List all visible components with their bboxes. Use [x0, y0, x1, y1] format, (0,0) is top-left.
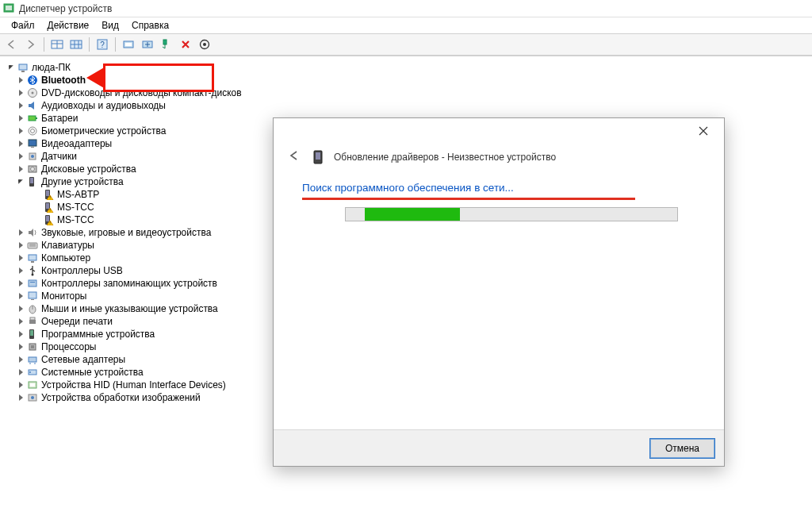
grid-button[interactable]	[67, 36, 85, 53]
expand-icon[interactable]	[16, 393, 25, 402]
show-hidden-button[interactable]	[48, 36, 66, 53]
svg-rect-23	[36, 117, 37, 119]
expand-icon[interactable]	[16, 291, 25, 301]
tree-item-label: Другие устройства	[41, 176, 124, 187]
svg-rect-14	[163, 40, 167, 44]
pc-icon	[17, 61, 29, 74]
usb-icon	[26, 264, 39, 277]
menu-help[interactable]: Справка	[125, 18, 175, 33]
svg-rect-26	[29, 140, 36, 146]
expand-icon[interactable]	[16, 164, 25, 174]
svg-point-31	[31, 167, 35, 171]
back-button[interactable]	[3, 36, 21, 53]
close-button[interactable]	[686, 120, 721, 142]
back-arrow-icon[interactable]	[285, 147, 304, 167]
expand-icon[interactable]	[16, 88, 25, 98]
mouse-icon	[26, 302, 39, 315]
svg-point-21	[32, 92, 34, 94]
uninstall-button[interactable]	[158, 36, 175, 53]
expand-icon[interactable]	[16, 342, 25, 352]
expand-icon[interactable]	[16, 113, 25, 123]
bt-icon	[26, 74, 39, 87]
tree-item-label: Контроллеры USB	[41, 265, 123, 276]
menu-view[interactable]: Вид	[95, 18, 125, 33]
dialog-title: Обновление драйверов - Неизвестное устро…	[334, 152, 556, 163]
separator	[89, 37, 90, 52]
svg-rect-56	[30, 317, 35, 320]
update-button[interactable]	[139, 36, 156, 53]
tree-item[interactable]: Аудиовходы и аудиовыходы	[2, 99, 810, 112]
collapse-icon[interactable]	[16, 177, 25, 187]
expand-icon[interactable]	[16, 253, 25, 263]
svg-rect-52	[31, 299, 34, 300]
svg-rect-67	[30, 383, 35, 387]
menubar: Файл Действие Вид Справка	[0, 17, 812, 33]
svg-rect-27	[31, 147, 34, 148]
pc-icon	[26, 252, 39, 264]
expand-icon[interactable]	[16, 126, 25, 136]
forward-button[interactable]	[22, 36, 40, 53]
svg-rect-33	[30, 178, 33, 183]
tree-item-label: Клавиатуры	[41, 240, 94, 251]
tree-item-label: Видеоадаптеры	[41, 138, 112, 149]
expand-icon[interactable]	[16, 266, 25, 275]
svg-point-69	[31, 396, 34, 399]
expand-icon[interactable]	[16, 75, 25, 85]
tree-item[interactable]: DVD-дисководы и дисководы компакт-дисков	[2, 87, 810, 99]
disable-button[interactable]	[177, 36, 194, 53]
expand-icon[interactable]	[16, 240, 25, 250]
help-button[interactable]: ?	[94, 36, 111, 53]
expand-icon[interactable]	[16, 228, 25, 237]
expand-icon[interactable]	[16, 304, 25, 314]
sensor-icon	[26, 150, 39, 163]
svg-point-24	[29, 127, 36, 135]
tree-item-label: Системные устройства	[41, 367, 144, 378]
expand-icon[interactable]	[16, 152, 25, 161]
svg-rect-17	[19, 64, 27, 70]
titlebar: Диспетчер устройств	[0, 0, 812, 17]
tree-item-label: Программные устройства	[41, 329, 155, 340]
tree-item[interactable]: люда-ПК	[2, 61, 810, 74]
scan-button[interactable]	[120, 36, 137, 53]
hid-icon	[26, 379, 39, 391]
expand-icon[interactable]	[16, 355, 25, 364]
img-icon	[26, 391, 39, 404]
expand-icon[interactable]	[16, 329, 25, 339]
display-icon	[26, 137, 39, 150]
expand-icon[interactable]	[16, 279, 25, 288]
tree-item-label: Батареи	[41, 113, 78, 124]
tree-item[interactable]: Bluetooth	[2, 74, 810, 87]
expand-icon[interactable]	[16, 139, 25, 148]
tree-item-label: люда-ПК	[32, 62, 71, 73]
tree-item-label: Компьютер	[41, 252, 90, 264]
expand-icon[interactable]	[16, 380, 25, 390]
kbd-icon	[26, 239, 39, 252]
tree-item-label: Звуковые, игровые и видеоустройства	[41, 227, 211, 238]
tree-item-label: MS-ABTP	[57, 189, 99, 200]
tree-item-label: Bluetooth	[41, 75, 86, 86]
toolbar: ?	[0, 33, 812, 56]
spacer	[32, 202, 41, 212]
svg-rect-46	[29, 255, 36, 260]
collapse-icon[interactable]	[6, 63, 16, 72]
annotation-underline	[302, 198, 635, 200]
tree-item-label: Устройства обработки изображений	[41, 392, 201, 403]
expand-icon[interactable]	[16, 317, 25, 326]
menu-file[interactable]: Файл	[5, 18, 41, 33]
cancel-button[interactable]: Отмена	[650, 439, 714, 458]
monitor-icon	[26, 290, 39, 302]
expand-icon[interactable]	[16, 367, 25, 377]
svg-rect-1	[6, 6, 12, 10]
expand-icon[interactable]	[16, 101, 25, 110]
menu-action[interactable]: Действие	[41, 18, 96, 33]
warn-icon: !	[42, 213, 55, 226]
enable-button[interactable]	[196, 36, 213, 53]
driver-update-dialog: Обновление драйверов - Неизвестное устро…	[273, 117, 725, 467]
battery-icon	[26, 112, 39, 125]
soft-icon	[26, 328, 39, 340]
tree-item-label: Аудиовходы и аудиовыходы	[41, 100, 166, 111]
svg-point-25	[31, 129, 35, 133]
dialog-button-bar: Отмена	[274, 429, 724, 466]
svg-rect-58	[30, 330, 33, 336]
bio-icon	[26, 125, 39, 137]
